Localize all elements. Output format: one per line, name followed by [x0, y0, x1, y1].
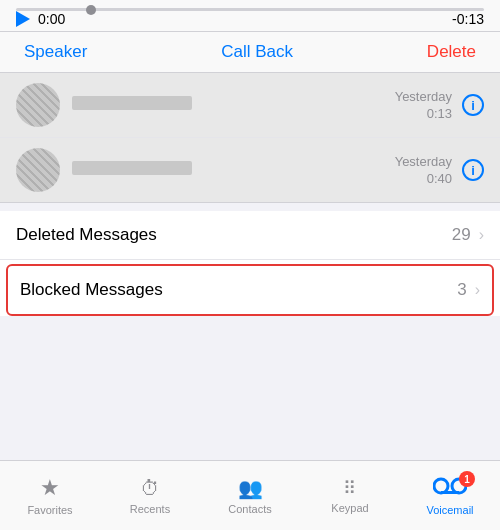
deleted-messages-count: 29 [452, 225, 471, 245]
vm-duration: 0:13 [427, 106, 452, 121]
chevron-right-icon: › [479, 226, 484, 244]
vm-info-button[interactable]: i [462, 159, 484, 181]
scrubber-track[interactable] [16, 8, 484, 11]
action-row: Speaker Call Back Delete [0, 32, 500, 73]
avatar [16, 148, 60, 192]
vm-date: Yesterday [395, 154, 452, 169]
blocked-messages-label: Blocked Messages [20, 280, 457, 300]
delete-button[interactable]: Delete [427, 42, 476, 62]
scrubber-thumb [86, 5, 96, 15]
vm-info [72, 96, 395, 114]
blocked-messages-count: 3 [457, 280, 466, 300]
avatar [16, 83, 60, 127]
deleted-messages-label: Deleted Messages [16, 225, 452, 245]
keypad-icon: ⠿ [343, 477, 357, 499]
recents-icon: ⏱ [140, 477, 160, 500]
vm-name-blur [72, 96, 192, 110]
speaker-button[interactable]: Speaker [24, 42, 87, 62]
voicemail-list: Yesterday 0:13 i Yesterday 0:40 i [0, 73, 500, 203]
tab-voicemail[interactable]: 1 Voicemail [400, 475, 500, 516]
vm-name-blur [72, 161, 192, 175]
current-time: 0:00 [38, 11, 444, 27]
chevron-right-icon: › [475, 281, 480, 299]
tab-favorites-label: Favorites [27, 504, 72, 516]
tab-keypad[interactable]: ⠿ Keypad [300, 477, 400, 514]
audio-player: 0:00 -0:13 [0, 0, 500, 32]
contacts-icon: 👥 [238, 476, 263, 500]
vm-meta: Yesterday 0:13 [395, 89, 452, 121]
deleted-messages-row[interactable]: Deleted Messages 29 › [0, 211, 500, 260]
play-button[interactable] [16, 11, 30, 27]
voicemail-item[interactable]: Yesterday 0:40 i [0, 138, 500, 202]
tab-bar: ★ Favorites ⏱ Recents 👥 Contacts ⠿ Keypa… [0, 460, 500, 530]
svg-rect-2 [441, 491, 459, 494]
tab-recents-label: Recents [130, 503, 170, 515]
tab-contacts[interactable]: 👥 Contacts [200, 476, 300, 515]
tab-contacts-label: Contacts [228, 503, 271, 515]
tab-keypad-label: Keypad [331, 502, 368, 514]
tab-favorites[interactable]: ★ Favorites [0, 475, 100, 516]
call-back-button[interactable]: Call Back [221, 42, 293, 62]
favorites-icon: ★ [40, 475, 60, 501]
vm-duration: 0:40 [427, 171, 452, 186]
vm-meta: Yesterday 0:40 [395, 154, 452, 186]
message-sections: Deleted Messages 29 › Blocked Messages 3… [0, 211, 500, 316]
vm-date: Yesterday [395, 89, 452, 104]
remaining-time: -0:13 [452, 11, 484, 27]
voicemail-badge: 1 [459, 471, 475, 487]
tab-voicemail-label: Voicemail [426, 504, 473, 516]
vm-info [72, 161, 395, 179]
voicemail-icon-wrap: 1 [433, 475, 467, 501]
svg-point-0 [434, 479, 448, 493]
tab-recents[interactable]: ⏱ Recents [100, 477, 200, 515]
voicemail-item[interactable]: Yesterday 0:13 i [0, 73, 500, 138]
blocked-messages-row[interactable]: Blocked Messages 3 › [6, 264, 494, 316]
vm-info-button[interactable]: i [462, 94, 484, 116]
